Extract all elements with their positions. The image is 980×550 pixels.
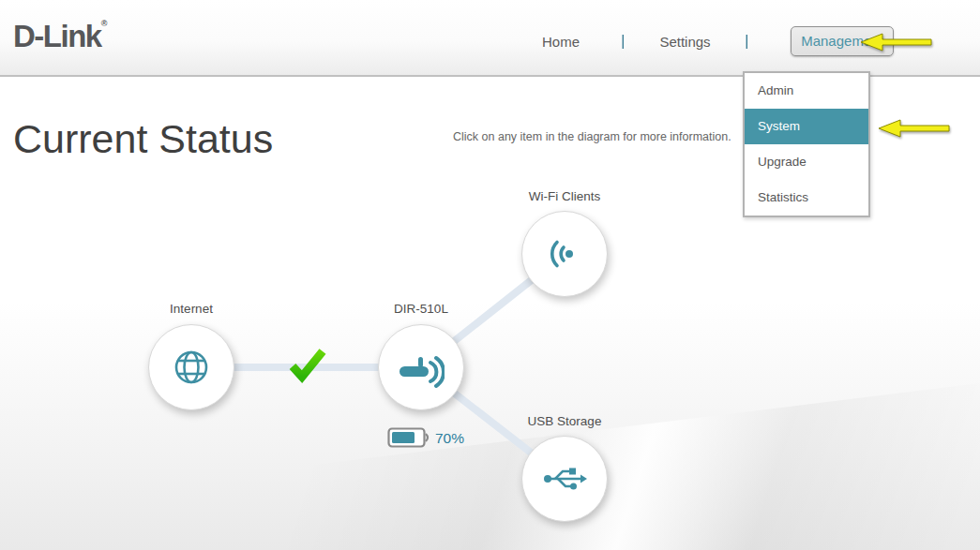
usb-storage-label: USB Storage bbox=[490, 414, 640, 428]
usb-storage-node[interactable] bbox=[521, 436, 608, 522]
nav-item-home[interactable]: Home bbox=[527, 34, 595, 50]
menu-item-upgrade[interactable]: Upgrade bbox=[745, 144, 868, 180]
menu-item-admin[interactable]: Admin bbox=[745, 73, 868, 109]
globe-icon bbox=[171, 347, 212, 388]
nav-separator: | bbox=[746, 33, 748, 50]
nav-item-settings[interactable]: Settings bbox=[651, 34, 718, 50]
header: D-Link® Home | Settings | Management bbox=[0, 0, 980, 77]
diagram-hint-text: Click on any item in the diagram for mor… bbox=[453, 130, 731, 143]
main-nav: Home | Settings | Management bbox=[527, 25, 894, 57]
battery-icon bbox=[387, 427, 431, 448]
wireless-router-icon bbox=[398, 345, 445, 390]
green-checkmark-icon bbox=[287, 347, 328, 384]
menu-item-statistics[interactable]: Statistics bbox=[745, 180, 868, 216]
internet-label: Internet bbox=[116, 302, 266, 316]
logo-text: D-Link bbox=[13, 19, 101, 53]
page: D-Link® Home | Settings | Management Adm… bbox=[0, 0, 980, 550]
battery-indicator bbox=[387, 427, 431, 448]
management-dropdown-menu: Admin System Upgrade Statistics bbox=[743, 71, 870, 217]
pointer-arrow-management-icon bbox=[860, 32, 933, 56]
dlink-logo: D-Link® bbox=[13, 19, 107, 54]
wifi-clients-label: Wi-Fi Clients bbox=[490, 189, 640, 203]
internet-node[interactable] bbox=[148, 324, 234, 410]
menu-item-system[interactable]: System bbox=[745, 109, 868, 144]
battery-percentage: 70% bbox=[435, 430, 464, 447]
usb-icon bbox=[542, 458, 587, 499]
wifi-signal-icon bbox=[544, 233, 585, 275]
nav-separator: | bbox=[622, 33, 625, 50]
registered-mark: ® bbox=[101, 19, 108, 28]
wifi-clients-node[interactable] bbox=[521, 211, 608, 297]
router-node[interactable] bbox=[378, 324, 464, 410]
pointer-arrow-system-icon bbox=[878, 118, 951, 142]
page-title: Current Status bbox=[13, 116, 273, 162]
router-label: DIR-510L bbox=[346, 302, 496, 316]
